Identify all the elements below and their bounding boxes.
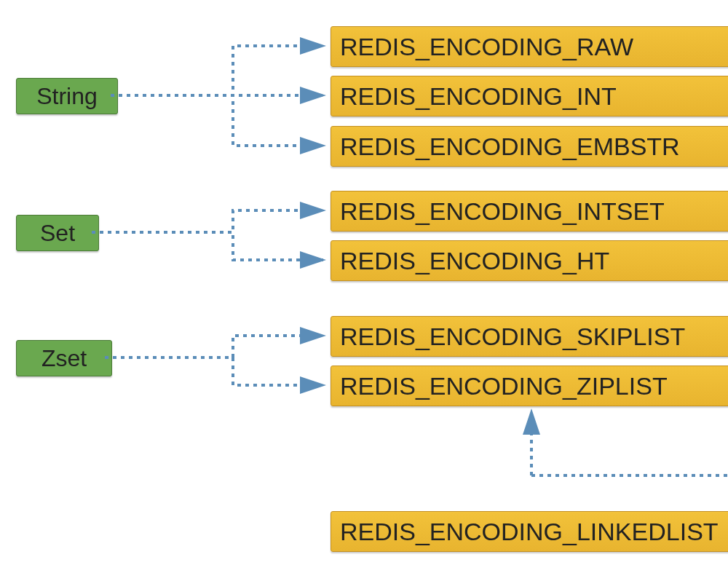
encoding-embstr: REDIS_ENCODING_EMBSTR bbox=[331, 126, 728, 167]
encoding-label: REDIS_ENCODING_SKIPLIST bbox=[340, 323, 685, 351]
type-set: Set bbox=[16, 215, 99, 251]
encoding-label: REDIS_ENCODING_INTSET bbox=[340, 197, 665, 226]
encoding-intset: REDIS_ENCODING_INTSET bbox=[331, 191, 728, 232]
encoding-label: REDIS_ENCODING_INT bbox=[340, 82, 617, 111]
type-zset: Zset bbox=[16, 340, 112, 376]
type-string: String bbox=[16, 78, 118, 114]
type-label: String bbox=[36, 83, 98, 110]
type-label: Zset bbox=[41, 345, 87, 372]
encoding-label: REDIS_ENCODING_ZIPLIST bbox=[340, 372, 668, 400]
encoding-skiplist: REDIS_ENCODING_SKIPLIST bbox=[331, 316, 728, 357]
encoding-label: REDIS_ENCODING_LINKEDLIST bbox=[340, 518, 719, 546]
encoding-label: REDIS_ENCODING_RAW bbox=[340, 33, 633, 61]
encoding-raw: REDIS_ENCODING_RAW bbox=[331, 26, 728, 67]
encoding-label: REDIS_ENCODING_HT bbox=[340, 247, 609, 275]
encoding-ziplist: REDIS_ENCODING_ZIPLIST bbox=[331, 366, 728, 406]
encoding-int: REDIS_ENCODING_INT bbox=[331, 76, 728, 116]
encoding-linkedlist: REDIS_ENCODING_LINKEDLIST bbox=[331, 511, 728, 552]
encoding-label: REDIS_ENCODING_EMBSTR bbox=[340, 133, 680, 161]
type-label: Set bbox=[40, 220, 75, 247]
encoding-ht: REDIS_ENCODING_HT bbox=[331, 240, 728, 281]
